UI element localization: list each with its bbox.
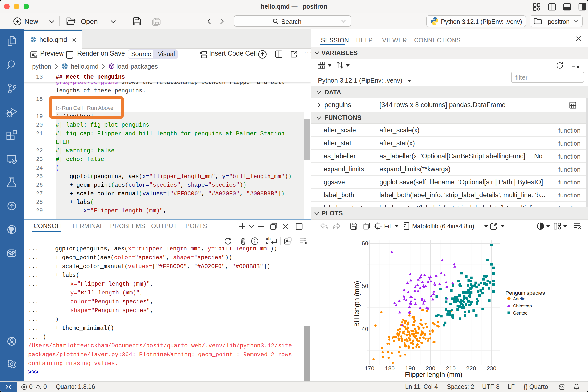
svg-text:Adelie: Adelie (513, 296, 525, 301)
svg-text:Bill length (mm): Bill length (mm) (353, 281, 361, 327)
svg-text:210: 210 (446, 365, 456, 372)
svg-text:190: 190 (405, 365, 415, 372)
svg-text:50: 50 (362, 283, 368, 289)
svg-text:220: 220 (466, 365, 476, 372)
svg-text:60: 60 (362, 240, 368, 246)
svg-text:230: 230 (486, 365, 496, 372)
svg-text:40: 40 (362, 326, 368, 332)
svg-text:Flipper length (mm): Flipper length (mm) (405, 371, 462, 378)
svg-text:Chinstrap: Chinstrap (513, 304, 532, 308)
svg-text:170: 170 (364, 365, 374, 372)
svg-text:Gentoo: Gentoo (513, 311, 528, 316)
svg-text:200: 200 (426, 365, 435, 372)
svg-text:Penguin species: Penguin species (506, 290, 545, 296)
svg-text:180: 180 (385, 365, 395, 372)
